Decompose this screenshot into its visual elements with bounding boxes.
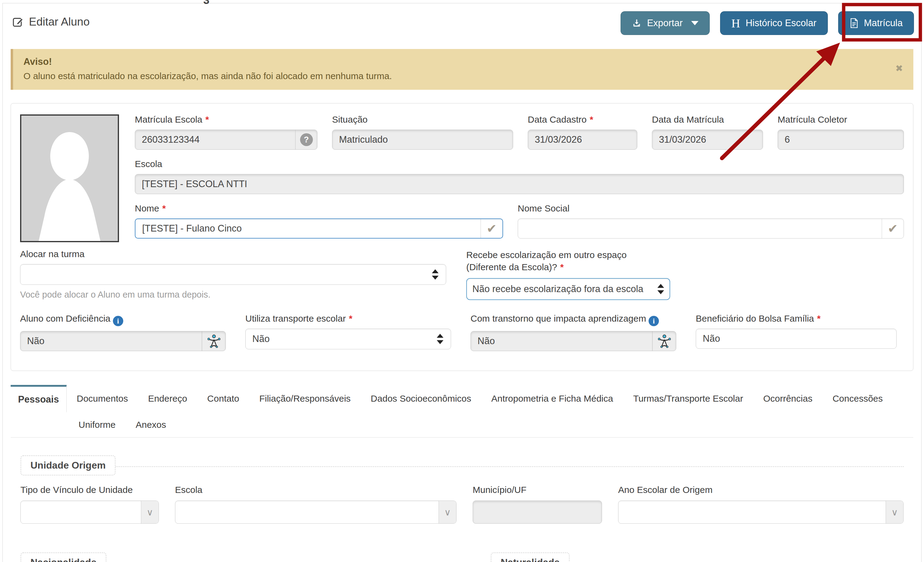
nacionalidade-legend: Nacionalidade	[20, 552, 106, 562]
deficiencia-addon[interactable]	[202, 331, 225, 351]
bolsa-familia-label: Beneficiário do Bolsa Família*	[696, 313, 897, 324]
transtorno-input: Não	[471, 331, 676, 351]
aluno-deficiencia-input: Não	[20, 331, 226, 351]
recebe-escolarizacao-select[interactable]: Não recebe escolarização fora da escola	[466, 278, 670, 300]
tabs-header: Pessoais Documentos Endereço Contato Fil…	[10, 385, 914, 438]
nome-social-input[interactable]: ✔	[518, 219, 904, 238]
tab-filiacao-responsaveis[interactable]: Filiação/Responsáveis	[249, 385, 361, 412]
municipio-uf-input	[472, 501, 602, 524]
tab-endereco[interactable]: Endereço	[138, 385, 197, 412]
matricula-escola-input: 26033123344 ?	[135, 130, 317, 150]
file-text-icon	[849, 18, 859, 28]
tab-antropometria-ficha-medica[interactable]: Antropometria e Ficha Médica	[481, 385, 623, 412]
escola-input: [TESTE] - ESCOLA NTTI	[135, 174, 904, 194]
matricula-button-label: Matrícula	[864, 18, 903, 28]
download-icon	[632, 18, 642, 28]
person-silhouette-icon	[21, 115, 118, 241]
student-photo-placeholder	[20, 114, 119, 242]
ano-escolar-origem-select[interactable]: ∨	[618, 501, 904, 524]
tab-uniforme[interactable]: Uniforme	[69, 420, 126, 430]
matricula-escola-help-addon[interactable]: ?	[295, 130, 317, 149]
data-matricula-input: 31/03/2026	[652, 130, 763, 150]
warning-callout: Aviso! O aluno está matriculado na escol…	[10, 49, 914, 90]
alocar-turma-label: Alocar na turma	[20, 249, 446, 259]
chevron-down-icon: ∨	[886, 501, 903, 523]
select-updown-icon	[657, 284, 664, 294]
nome-social-valid-addon: ✔	[882, 219, 904, 238]
warning-message: O aluno está matriculado na escolarizaçã…	[23, 71, 886, 81]
situacao-label: Situação	[332, 114, 513, 125]
tipo-vinculo-select[interactable]: ∨	[20, 501, 159, 524]
nacionalidade-fieldset: Nacionalidade	[20, 552, 465, 562]
student-form-box: Matrícula Escola* 26033123344 ? Situação…	[10, 103, 914, 371]
caret-down-icon	[691, 21, 699, 25]
naturalidade-legend: Naturalidade	[490, 552, 570, 562]
recebe-escolarizacao-label: Recebe escolarização em outro espaço (Di…	[466, 249, 670, 273]
select-updown-icon	[437, 334, 443, 344]
matricula-coletor-label: Matrícula Coletor	[778, 114, 904, 125]
transtorno-label: Com transtorno que impacta aprendizagemi	[471, 313, 676, 327]
accessibility-icon	[206, 333, 222, 349]
situacao-input: Matriculado	[332, 130, 513, 150]
transtorno-addon[interactable]	[652, 331, 676, 351]
tab-dados-socioeconomicos[interactable]: Dados Socioeconômicos	[361, 385, 481, 412]
nome-social-label: Nome Social	[518, 203, 904, 214]
aluno-deficiencia-label: Aluno com Deficiênciai	[20, 313, 226, 327]
check-icon: ✔	[487, 222, 497, 235]
tab-contato[interactable]: Contato	[197, 385, 249, 412]
transporte-escolar-label: Utiliza transporte escolar*	[245, 313, 451, 324]
tipo-vinculo-label: Tipo de Vínculo de Unidade	[20, 485, 159, 495]
tab-ocorrencias[interactable]: Ocorrências	[753, 385, 823, 412]
nome-input[interactable]: [TESTE] - Fulano Cinco ✔	[135, 219, 503, 238]
select-updown-icon	[432, 269, 439, 280]
ano-escolar-origem-label: Ano Escolar de Origem	[618, 485, 904, 495]
required-asterisk: *	[162, 203, 166, 213]
clipped-text-fragment: 3	[203, 0, 209, 7]
nome-valid-addon: ✔	[481, 219, 502, 238]
matricula-button[interactable]: Matrícula	[838, 11, 914, 35]
tab-anexos[interactable]: Anexos	[126, 420, 176, 430]
data-cadastro-label: Data Cadastro*	[528, 114, 637, 125]
data-matricula-label: Data da Matrícula	[652, 114, 763, 125]
accessibility-icon	[657, 333, 672, 349]
data-cadastro-input: 31/03/2026	[528, 130, 637, 150]
header-buttons: Exportar H Histórico Escolar Matrícula	[621, 11, 914, 35]
transporte-escolar-select[interactable]: Não	[245, 329, 451, 349]
question-icon: ?	[300, 133, 313, 146]
export-button-label: Exportar	[647, 18, 682, 28]
alocar-turma-helper: Você pode alocar o Aluno em uma turma de…	[20, 290, 446, 300]
tab-documentos[interactable]: Documentos	[67, 385, 138, 412]
info-icon[interactable]: i	[649, 316, 659, 326]
required-asterisk: *	[590, 114, 593, 124]
tab-turmas-transporte-escolar[interactable]: Turmas/Transporte Escolar	[623, 385, 753, 412]
history-h-icon: H	[731, 16, 740, 30]
required-asterisk: *	[817, 313, 821, 324]
tab-concessoes[interactable]: Concessões	[822, 385, 892, 412]
required-asterisk: *	[206, 114, 209, 124]
close-icon[interactable]: ✖	[896, 63, 903, 73]
export-button[interactable]: Exportar	[621, 11, 710, 35]
escola-label: Escola	[135, 159, 904, 169]
page-title-text: Editar Aluno	[29, 15, 90, 28]
naturalidade-fieldset: Naturalidade	[490, 552, 904, 562]
uo-escola-select[interactable]: ∨	[175, 501, 456, 524]
school-history-button-label: Histórico Escolar	[746, 18, 817, 28]
matricula-escola-label: Matrícula Escola*	[135, 114, 317, 125]
uo-escola-label: Escola	[175, 485, 456, 495]
municipio-uf-label: Município/UF	[472, 485, 602, 495]
required-asterisk: *	[349, 313, 352, 324]
fieldset-dotted-line	[20, 466, 904, 467]
unidade-origem-fieldset: Unidade Origem Tipo de Vínculo de Unidad…	[20, 455, 904, 524]
warning-title: Aviso!	[23, 56, 886, 67]
bolsa-familia-input[interactable]: Não	[696, 329, 897, 349]
alocar-turma-select[interactable]	[20, 264, 446, 285]
tab-pessoais[interactable]: Pessoais	[10, 385, 67, 412]
nome-label: Nome*	[135, 203, 503, 214]
chevron-down-icon: ∨	[141, 501, 159, 523]
page-title: Editar Aluno	[12, 15, 90, 28]
matricula-coletor-input: 6	[778, 130, 904, 150]
info-icon[interactable]: i	[113, 316, 123, 326]
student-tabs-panel: Pessoais Documentos Endereço Contato Fil…	[10, 385, 914, 562]
panel-header: Editar Aluno Exportar H Histórico Escola…	[3, 3, 921, 35]
school-history-button[interactable]: H Histórico Escolar	[720, 11, 828, 35]
